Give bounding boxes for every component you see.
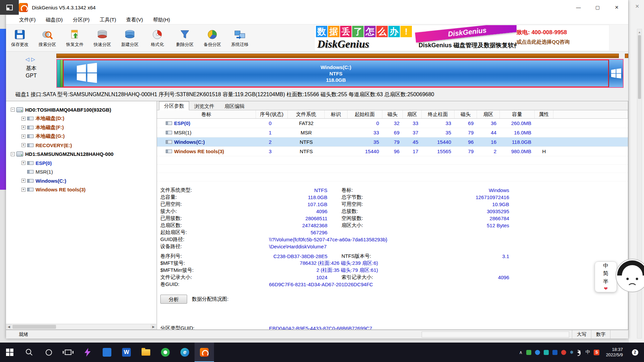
taskbar-app-browser-green[interactable] [156,343,175,362]
tree-item-local-g[interactable]: + 本地磁盘(G:) [6,132,157,141]
tray-icon-red[interactable] [561,350,566,355]
menu-partition[interactable]: 分区(P) [68,15,95,24]
taskbar-app-diskgenius[interactable] [195,343,214,362]
ad-qq-link[interactable]: 或点击此处选择QQ咨询 [517,39,607,45]
maximize-button[interactable]: ▢ [588,0,607,15]
menu-help[interactable]: 帮助(H) [148,15,175,24]
tree-item-windows-c[interactable]: + Windows(C:) [6,176,157,185]
ime-lang-mode[interactable]: 中 [603,262,608,269]
taskbar-app-word[interactable]: W [117,343,136,362]
start-button[interactable] [0,343,19,362]
sogou-icon[interactable]: S [594,350,599,355]
tree-item-hd0[interactable]: − HD0:TOSHIBAMQ04ABF100(932GB) [6,105,157,114]
partition-segment-windows-c[interactable]: Windows(C:) NTFS 118.0GB [63,60,609,87]
heart-icon[interactable]: ❤ [604,286,608,291]
disk-capacity-bar[interactable] [56,54,619,58]
partition-icon [166,149,172,153]
restore-window-icon[interactable] [6,5,13,10]
tree-item-windows-re[interactable]: + Windows RE tools(3) [6,185,157,194]
table-row-esp[interactable]: ESP(0) 0 FAT32 0 32 33 33 69 36 260.0MB [157,119,628,128]
menu-file[interactable]: 文件(F) [14,15,41,24]
recover-files-button[interactable]: 恢复文件 [61,25,89,51]
partition-segment-msr[interactable] [60,60,63,87]
quick-partition-button[interactable]: 快速分区 [89,25,116,51]
taskbar-search-button[interactable] [19,343,39,362]
tab-partition-params[interactable]: 分区参数 [159,101,189,110]
expand-icon[interactable]: + [21,125,25,129]
ad-contact[interactable]: 致电: 400-008-9958 或点击此处选择QQ咨询 [517,25,607,51]
tray-expand-icon[interactable]: ∧ [519,350,522,355]
tree-item-msr[interactable]: MSR(1) [6,168,157,177]
menu-disk[interactable]: 磁盘(D) [41,15,68,24]
table-row-msr[interactable]: MSR(1) 1 MSR 33 69 37 35 79 44 16.0MB [157,128,628,137]
tray-icon-green[interactable] [526,350,531,355]
ime-toolbar[interactable]: 中 简 半 ❤ [595,261,617,292]
word-icon: W [122,348,131,357]
partition-segment-esp[interactable] [57,60,60,87]
partition-segment-re-tools[interactable] [609,60,623,87]
expand-icon[interactable]: + [21,143,25,147]
cortana-button[interactable] [39,343,58,362]
collapse-icon[interactable]: − [11,108,15,112]
format-button[interactable]: 格式化 [144,25,171,51]
diskgenius-icon [200,348,209,357]
search-partition-button[interactable]: 搜索分区 [34,25,61,51]
ime-simplified-mode[interactable]: 简 [603,270,608,277]
table-row-windows-re[interactable]: Windows RE tools(3) 3 NTFS 15440 96 17 1… [157,147,628,156]
taskbar-file-explorer[interactable] [136,343,156,362]
close-button[interactable]: ✕ [607,0,626,15]
partition-table-header: 卷标序号(状态) 文件系统标识 起始柱面磁头 扇区终止柱面 磁头扇区 容量属性 [157,110,628,119]
snowflake-icon[interactable]: ❄ [570,350,574,355]
collapse-icon[interactable]: − [11,152,15,156]
tray-icon-blue-circle[interactable] [535,350,540,355]
tree-item-local-f[interactable]: + 本地磁盘(F:) [6,123,157,132]
ime-halfwidth-mode[interactable]: 半 [603,278,608,285]
expand-icon[interactable]: + [21,134,25,138]
save-icon [13,28,26,41]
expand-icon[interactable]: + [21,117,25,121]
ad-banner[interactable]: 数 据 丢 了 怎 么 办 ! DiskGenius DiskGenius Di… [314,25,609,51]
partition-icon [27,134,34,138]
expand-icon[interactable]: + [21,179,25,183]
tree-item-local-d[interactable]: + 本地磁盘(D:) [6,114,157,123]
tray-icon-qq[interactable] [552,350,557,355]
background-close-icon[interactable]: ✕ [635,3,639,9]
expand-icon[interactable]: + [21,161,25,165]
tree-item-recovery-e[interactable]: + RECOVERY(E:) [6,141,157,150]
notification-center-button[interactable]: 2 [629,349,641,356]
taskbar-clock[interactable]: 18:37 2022/5/9 [603,347,626,358]
taskbar-app-flash[interactable] [78,343,97,362]
taskbar-app-edge[interactable]: e [175,343,195,362]
scroll-left-icon[interactable]: ◀ [6,324,12,329]
new-partition-button[interactable]: 新建分区 [116,25,144,51]
minimize-button[interactable]: — [569,0,588,15]
table-row-windows-c[interactable]: Windows(C:) 2 NTFS 35 79 45 15440 96 16 … [157,137,628,147]
tree-item-esp[interactable]: + ESP(0) [6,159,157,168]
analyze-button[interactable]: 分析 [160,295,187,304]
scroll-up-icon[interactable]: ▲ [637,29,642,34]
tab-sector-edit[interactable]: 扇区编辑 [219,102,250,110]
volume-icon[interactable] [577,350,580,354]
tray-icon-teal[interactable] [544,350,549,355]
disk-prev-button[interactable]: ◁ [25,56,31,62]
menu-tools[interactable]: 工具(T) [95,15,121,24]
tree-horizontal-scrollbar[interactable]: ◀ ▶ [6,324,156,329]
system-migration-button[interactable]: 系统迁移 [226,25,254,51]
backup-partition-button[interactable]: 备份分区 [199,25,226,51]
scrollbar-thumb[interactable] [638,35,641,99]
taskbar-app-store[interactable] [97,343,117,362]
task-view-button[interactable] [58,343,78,362]
delete-partition-icon [178,28,191,41]
ime-mode-indicator[interactable]: 中 [585,349,590,355]
save-changes-button[interactable]: 保存更改 [6,25,34,51]
tab-browse-files[interactable]: 浏览文件 [189,102,219,110]
resize-grip[interactable] [610,330,628,339]
scrollbar-thumb[interactable] [12,325,56,329]
cortana-icon [46,349,52,356]
expand-icon[interactable]: + [21,188,25,192]
menu-view[interactable]: 查看(V) [121,15,148,24]
delete-partition-button[interactable]: 删除分区 [171,25,199,51]
tree-item-hd1[interactable]: − HD1:SAMSUNGMZNLN128HAHQ-000 [6,150,157,159]
disk-next-button[interactable]: ▷ [31,56,37,62]
scroll-right-icon[interactable]: ▶ [151,324,156,329]
